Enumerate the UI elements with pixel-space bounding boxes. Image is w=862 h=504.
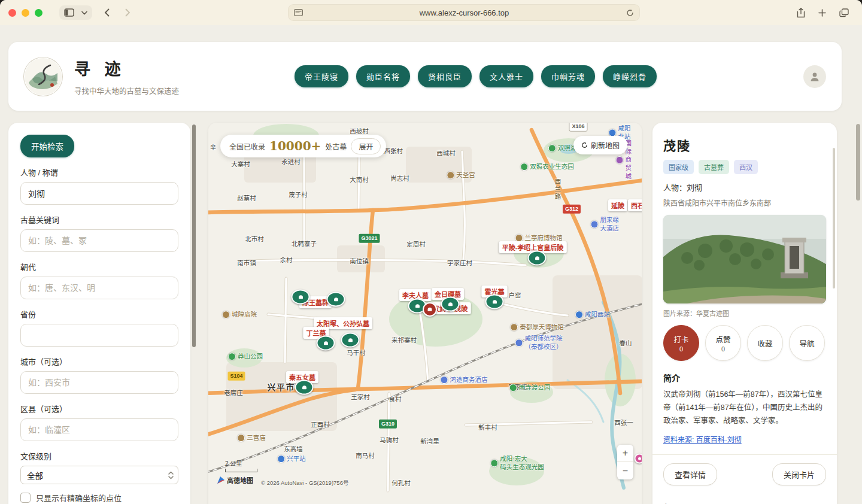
tabs-overview-button[interactable] (836, 6, 852, 20)
poi-label: 咸阳师范学院 （秦都校区） (525, 335, 563, 351)
heritage-level-value: 全部 (27, 469, 168, 481)
road-badge: X106 (569, 123, 587, 130)
field-input[interactable] (20, 229, 178, 252)
field-input[interactable] (20, 277, 178, 299)
search-button[interactable]: 开始检索 (20, 135, 74, 157)
tomb-marker[interactable] (485, 294, 504, 309)
nav-pill-button[interactable]: 峥嵘烈骨 (603, 65, 657, 87)
traffic-lights (8, 9, 43, 17)
poi-label: 两寺渡公园 (519, 384, 551, 392)
field-input[interactable] (20, 324, 178, 347)
forward-button[interactable] (122, 6, 134, 19)
checkbox[interactable] (20, 493, 31, 503)
expand-button[interactable]: 展开 (351, 138, 381, 154)
map-town-label: 北市村 (245, 234, 264, 243)
tomb-label[interactable]: 延陵 (608, 199, 627, 211)
map-town-label: 何孔村 (391, 478, 411, 487)
map-town-label: 正西村 (311, 420, 330, 429)
category-nav: 帝王陵寝勋臣名将贤相良臣文人雅士巾帼芳魂峥嵘烈骨 (295, 65, 657, 87)
map-scale: 2 公里 (225, 459, 257, 472)
action-button[interactable]: 打卡0 (663, 325, 699, 361)
hotel-icon (591, 221, 599, 229)
poi-label: 双照农业生态园 (530, 163, 574, 171)
tomb-label[interactable]: 西石 (628, 199, 642, 211)
tomb-marker[interactable] (341, 333, 360, 348)
nav-pill-button[interactable]: 勋臣名将 (356, 65, 410, 87)
user-icon (809, 71, 821, 83)
field-label: 区县（可选） (20, 403, 178, 414)
share-button[interactable] (793, 5, 809, 20)
action-button[interactable]: 导航 (789, 325, 825, 361)
map-poi: 城隍庙院 (222, 311, 257, 319)
tabs-icon (839, 8, 849, 17)
page-body: 寻 迹 寻找中华大地的古墓与文保遗迹 帝王陵寝勋臣名将贤相良臣文人雅士巾帼芳魂峥… (0, 25, 862, 504)
park-icon (520, 163, 528, 171)
field-label: 省份 (20, 308, 178, 320)
tomb-marker[interactable] (292, 290, 310, 305)
user-avatar-button[interactable] (803, 65, 826, 88)
page-settings-icon[interactable] (288, 9, 309, 16)
amap-logo-text: 高德地图 (227, 475, 253, 485)
stats-suffix: 处古墓 (325, 141, 347, 151)
poi-label: 三宫庙 (247, 434, 266, 442)
tomb-marker[interactable] (295, 380, 314, 395)
fullscreen-window-button[interactable] (35, 9, 43, 17)
reload-icon[interactable] (620, 9, 640, 17)
park-icon (228, 353, 236, 360)
nav-pill-button[interactable]: 贤相良臣 (418, 65, 472, 87)
map-stats-overlay: 全国已收录 10000+ 处古墓 展开 (220, 135, 386, 157)
source-link[interactable]: 资料来源: 百度百科·刘彻 (663, 434, 742, 444)
road-name-label: 西兰路 (554, 178, 563, 201)
map-labels-layer: 西坡村辛东西张村西城村大寨村永进村大南村尚志村赵蔡村篾子村北市村北韩寨子定周村南… (208, 123, 642, 504)
site-subtitle: 寻找中华大地的古墓与文保遗迹 (74, 85, 179, 96)
field-label: 城市（可选） (20, 356, 178, 367)
new-tab-button[interactable] (815, 7, 830, 19)
poi-label: 咸阳西站 (585, 311, 610, 319)
map-town-label: 良村 (389, 394, 402, 403)
tomb-title: 茂陵 (663, 136, 826, 154)
road-badge: S104 (227, 372, 245, 381)
person-line: 人物：刘彻 (663, 181, 826, 193)
nav-pill-button[interactable]: 帝王陵寝 (295, 65, 348, 87)
checkbox-row[interactable]: 只显示有精确坐标的点位 (20, 492, 178, 503)
tomb-marker[interactable] (528, 251, 547, 266)
tomb-marker[interactable] (441, 297, 460, 312)
field-input[interactable] (20, 418, 178, 441)
sidebar-scrollbar[interactable] (192, 125, 196, 347)
browser-chrome: www.alexz-cursor-666.top (0, 0, 862, 26)
tomb-marker[interactable] (327, 292, 345, 307)
address-bar[interactable]: www.alexz-cursor-666.top (288, 4, 640, 21)
map-town-label: 户窑 (509, 290, 521, 299)
address-line: 陕西省咸阳市兴平市南位乡东南部 (663, 198, 826, 208)
select-stepper-icon (168, 470, 174, 480)
stats-count: 10000+ (269, 139, 321, 153)
tomb-marker[interactable] (317, 336, 335, 351)
close-window-button[interactable] (8, 9, 16, 17)
zoom-out-button[interactable]: − (617, 462, 633, 479)
detail-scrollbar[interactable] (833, 148, 835, 289)
minimize-window-button[interactable] (22, 9, 29, 17)
map-town-label: 马驹村 (380, 435, 399, 444)
view-details-button[interactable]: 查看详情 (663, 463, 717, 485)
field-input[interactable] (20, 182, 178, 205)
action-button[interactable]: 点赞0 (705, 325, 741, 361)
refresh-map-button[interactable]: 刷新地图 (573, 136, 627, 154)
poi-dot-marker[interactable] (635, 454, 642, 464)
nav-pill-button[interactable]: 巾帼芳魂 (541, 65, 595, 87)
tab-group-chevron-button[interactable] (78, 8, 91, 17)
field-input[interactable] (20, 371, 178, 394)
map-town-label: 辛 (210, 142, 217, 151)
sidebar-toggle-button[interactable] (60, 6, 78, 19)
back-button[interactable] (101, 6, 113, 19)
shopping-icon (616, 156, 624, 163)
action-button[interactable]: 收藏 (747, 325, 783, 361)
selected-tomb-marker[interactable] (423, 302, 437, 317)
map[interactable]: 西坡村辛东西张村西城村大寨村永进村大南村尚志村赵蔡村篾子村北市村北韩寨子定周村南… (208, 123, 642, 504)
poi-label: 鸿途商务酒店 (450, 376, 488, 384)
zoom-in-button[interactable]: + (617, 445, 633, 462)
heritage-level-select[interactable]: 全部 (20, 466, 178, 484)
close-card-button[interactable]: 关闭卡片 (772, 463, 826, 485)
page-scrollbar[interactable] (856, 124, 860, 201)
map-town-label: 赵蔡村 (237, 193, 256, 202)
nav-pill-button[interactable]: 文人雅士 (479, 65, 533, 87)
